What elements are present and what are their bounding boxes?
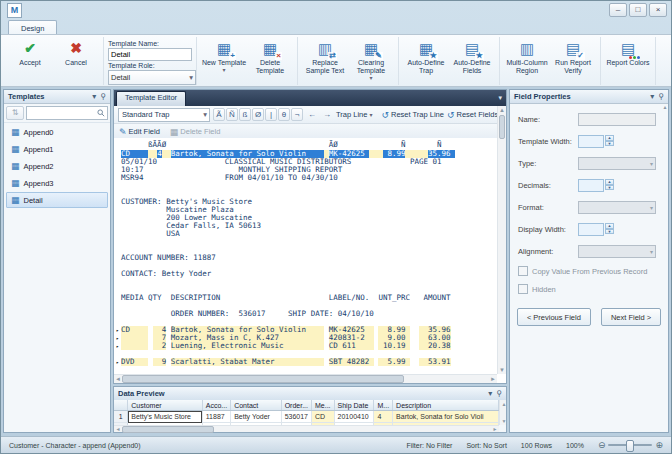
column-header[interactable]: Acco... <box>202 400 230 411</box>
report-colors-button[interactable]: ▤ Report Colors <box>605 38 651 67</box>
field-properties-scrollbar[interactable]: ▲ <box>661 103 668 432</box>
cancel-button[interactable]: ✖ Cancel <box>53 38 99 67</box>
clearing-template-button[interactable]: ▦✎ Clearing Template ▾ <box>348 38 394 82</box>
scroll-left-icon[interactable]: ◄ <box>114 425 122 433</box>
status-sort[interactable]: Sort: No Sort <box>466 442 506 449</box>
delete-template-button[interactable]: ▦× Delete Template <box>247 38 293 75</box>
auto-define-trap-button[interactable]: ▦★ Auto-Define Trap <box>403 38 449 75</box>
move-trap-right-button[interactable]: → <box>321 108 333 121</box>
tab-design[interactable]: Design <box>8 20 57 35</box>
editor-horizontal-scrollbar[interactable]: ◄ ► <box>114 374 497 383</box>
column-header[interactable]: Order... <box>281 400 311 411</box>
spin-down-icon[interactable]: ▼ <box>605 229 614 235</box>
scroll-down-icon[interactable]: ▼ <box>500 417 508 425</box>
column-header[interactable]: Me... <box>312 400 335 411</box>
panel-menu-icon[interactable]: ▾ <box>488 389 492 398</box>
spinner-input[interactable] <box>578 179 604 192</box>
move-trap-left-button[interactable]: ← <box>306 108 318 121</box>
template-list-item[interactable]: ▦Append2 <box>6 158 108 174</box>
grid-cell[interactable]: Bartok, Sonata for Solo Violi <box>393 411 499 423</box>
zoom-slider-thumb[interactable] <box>626 440 634 452</box>
column-header[interactable]: Contact <box>231 400 282 411</box>
trap-line-button[interactable]: Trap Line ▾ <box>336 110 372 119</box>
grid-cell[interactable]: 20100410 <box>334 411 374 423</box>
template-name-input[interactable] <box>108 48 192 61</box>
grid-cell[interactable]: 4 <box>374 411 393 423</box>
column-header[interactable]: Description <box>393 400 499 411</box>
pin-icon[interactable]: ⚲ <box>100 92 106 101</box>
property-spinner[interactable]: ▲▼ <box>578 135 614 148</box>
status-filter[interactable]: Filter: No Filter <box>406 442 452 449</box>
spinner-buttons[interactable]: ▲▼ <box>605 223 614 236</box>
template-list-item[interactable]: ▦Append1 <box>6 141 108 157</box>
checkbox[interactable] <box>518 266 528 276</box>
property-text-input[interactable] <box>578 113 656 126</box>
spinner-input[interactable] <box>578 135 604 148</box>
scrollbar-thumb[interactable] <box>499 115 505 139</box>
scroll-up-icon[interactable]: ▲ <box>661 103 669 111</box>
chevron-down-icon[interactable]: ▾ <box>498 94 502 102</box>
zoom-out-icon[interactable]: ⊖ <box>598 441 606 450</box>
delete-field-button[interactable]: ▦ Delete Field <box>170 127 221 137</box>
accept-button[interactable]: ✔ Accept <box>7 38 53 67</box>
edit-field-button[interactable]: ✎ Edit Field <box>119 127 160 137</box>
template-list-item[interactable]: ▦Append0 <box>6 124 108 140</box>
trap-char-button[interactable]: Ã <box>213 108 225 121</box>
run-report-verify-button[interactable]: ▤✓ Run Report Verify <box>550 38 596 75</box>
help-button[interactable]: ? Help <box>660 38 672 67</box>
checkbox[interactable] <box>518 284 528 294</box>
grid-cell[interactable]: Betty Yoder <box>231 411 282 423</box>
scroll-up-icon[interactable]: ▲ <box>498 106 506 114</box>
column-header[interactable]: Ship Date <box>334 400 374 411</box>
multi-column-region-button[interactable]: ▥ Multi-Column Region <box>504 38 550 75</box>
sort-toggle-icon[interactable]: ⇅ <box>6 106 24 120</box>
tab-template-editor[interactable]: Template Editor <box>116 91 186 106</box>
close-button[interactable]: × <box>649 3 667 17</box>
editor-vertical-scrollbar[interactable]: ▲ ▼ <box>497 106 506 374</box>
spinner-input[interactable] <box>578 223 604 236</box>
scrollbar-thumb[interactable] <box>122 375 404 383</box>
scroll-up-icon[interactable]: ▲ <box>500 400 508 408</box>
property-dropdown[interactable]: ▾ <box>578 157 656 170</box>
row-number[interactable]: 1 <box>114 411 128 423</box>
template-list-item[interactable]: ▦Detail <box>6 192 108 208</box>
column-header[interactable]: M... <box>374 400 393 411</box>
spin-down-icon[interactable]: ▼ <box>605 185 614 191</box>
panel-menu-icon[interactable]: ▾ <box>92 92 96 101</box>
trap-char-button[interactable]: θ <box>278 108 290 121</box>
auto-define-fields-button[interactable]: ▤★ Auto-Define Fields <box>449 38 495 75</box>
preview-vertical-scrollbar[interactable]: ▲ ▼ <box>499 400 506 425</box>
new-template-button[interactable]: ▦+ New Template ▾ <box>201 38 247 74</box>
replace-sample-text-button[interactable]: ▥⇄ Replace Sample Text <box>302 38 348 75</box>
scroll-right-icon[interactable]: ► <box>489 375 497 383</box>
zoom-slider[interactable] <box>608 444 652 446</box>
template-role-select[interactable]: Detail ▾ <box>108 70 196 85</box>
scroll-down-icon[interactable]: ▼ <box>498 366 506 374</box>
minimize-button[interactable]: – <box>609 3 627 17</box>
spinner-buttons[interactable]: ▲▼ <box>605 179 614 192</box>
column-header[interactable]: Customer <box>128 400 202 411</box>
grid-cell[interactable]: CD <box>312 411 335 423</box>
template-list-item[interactable]: ▦Append3 <box>6 175 108 191</box>
panel-menu-icon[interactable]: ▾ <box>650 92 654 101</box>
trap-char-button[interactable]: ¬ <box>291 108 303 121</box>
grid-cell[interactable]: Betty's Music Store <box>128 411 202 423</box>
maximize-button[interactable]: □ <box>629 3 647 17</box>
spin-down-icon[interactable]: ▼ <box>605 141 614 147</box>
app-icon[interactable]: M <box>7 3 22 18</box>
property-dropdown[interactable]: ▾ <box>578 245 656 258</box>
search-input[interactable] <box>29 110 97 117</box>
property-spinner[interactable]: ▲▼ <box>578 223 614 236</box>
trap-char-button[interactable]: Ñ <box>226 108 238 121</box>
preview-horizontal-scrollbar[interactable]: ◄ ► <box>114 425 499 432</box>
previous-field-button[interactable]: < Previous Field <box>517 308 591 326</box>
property-dropdown[interactable]: ▾ <box>578 201 656 214</box>
column-header[interactable] <box>114 400 128 411</box>
zoom-in-icon[interactable]: ⊕ <box>655 441 663 450</box>
next-field-button[interactable]: Next Field > <box>601 308 661 326</box>
trap-char-button[interactable]: | <box>265 108 277 121</box>
grid-cell[interactable]: 11887 <box>202 411 230 423</box>
pin-icon[interactable]: ⚲ <box>658 92 664 101</box>
spinner-buttons[interactable]: ▲▼ <box>605 135 614 148</box>
report-sample-area[interactable]: ßÃÃØ ÃØ Ñ ÑCD 4 Bartok, Sonata for Solo … <box>114 138 497 374</box>
